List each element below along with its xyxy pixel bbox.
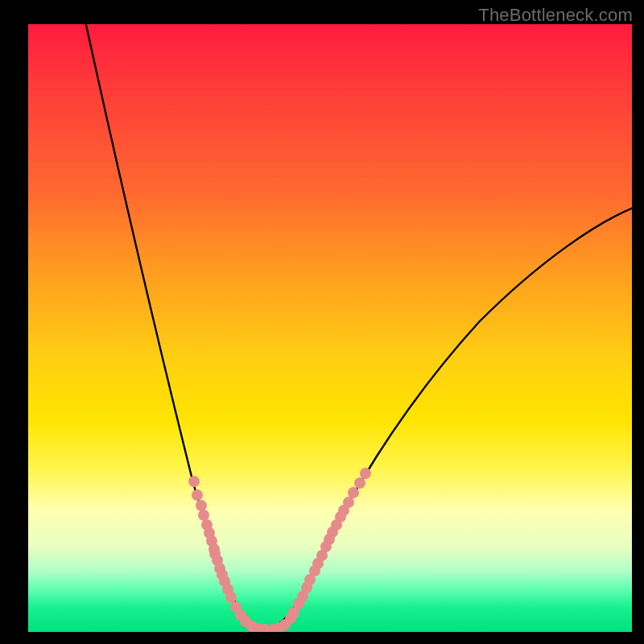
chart-frame: TheBottleneck.com (0, 0, 644, 644)
highlighted-dot (192, 489, 203, 501)
highlighted-dot (188, 476, 200, 487)
highlighted-dot (354, 477, 365, 489)
bottleneck-curve (85, 24, 632, 630)
chart-svg (28, 24, 632, 632)
highlighted-dot (196, 500, 207, 511)
highlighted-dots-group (188, 468, 371, 632)
highlighted-dot (343, 497, 354, 508)
plot-area (28, 24, 632, 632)
highlighted-dot (198, 510, 209, 521)
highlighted-dot (225, 592, 237, 603)
highlighted-dot (360, 468, 371, 479)
watermark-text: TheBottleneck.com (478, 5, 633, 26)
highlighted-dot (348, 487, 359, 498)
